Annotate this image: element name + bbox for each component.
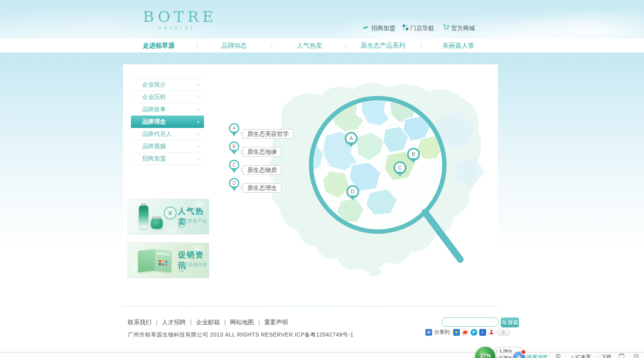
sidebar-item-join[interactable]: 招商加盟 ›	[131, 153, 204, 165]
footer-separator: |	[258, 319, 260, 326]
download-speed-value: 0.2K/s	[500, 355, 512, 358]
map-pin-b[interactable]: B	[407, 148, 420, 161]
footer-separator: |	[190, 319, 192, 326]
share-count-badge[interactable]: 0	[497, 329, 510, 336]
footer-link-legal[interactable]: 重要声明	[264, 319, 288, 326]
promo-banner-hot-sale[interactable]: ♛ 人气热卖 查看更多产品>>	[127, 199, 209, 234]
footer-separator: |	[156, 319, 158, 326]
brand-name: BOTRE	[143, 9, 210, 25]
leaf-icon	[362, 24, 369, 32]
qzone-share-icon[interactable]: ★	[453, 329, 460, 336]
china-map	[250, 72, 500, 282]
sidebar-item-brand-video[interactable]: 品牌视频 ›	[131, 140, 204, 153]
sina-weibo-share-icon[interactable]	[462, 329, 469, 336]
download-arrow-icon: ↓	[598, 354, 600, 358]
legend-label-d: 原生态理念	[243, 183, 281, 193]
nav-item-community[interactable]: 美丽嘉人荟	[429, 39, 488, 52]
chevron-right-icon: ›	[197, 91, 199, 103]
brand-tagline: natural	[143, 25, 210, 31]
nav-item-products[interactable]: 原生态产品系列	[353, 39, 413, 52]
copyright-text: 广州市栢草源生物科技有限公司 2013 ALL RIGHTS RESERVER …	[128, 331, 354, 339]
map-pin-c[interactable]: C	[394, 161, 406, 174]
sidebar-item-company-intro[interactable]: 企业简介 ›	[131, 79, 204, 91]
footer-link-jobs[interactable]: 人才招聘	[162, 319, 186, 326]
sidebar-item-brand-story[interactable]: 品牌故事 ›	[131, 103, 204, 116]
sidebar-item-spokesperson[interactable]: 品牌代言人 ›	[131, 128, 204, 140]
promo-more-link[interactable]: 查看更多产品>>	[178, 218, 209, 230]
header-link-label: 官方商城	[451, 24, 475, 32]
statusbar-cross-screen-link[interactable]: 跨屏浏览	[527, 354, 548, 358]
main-nav: 走进栢草源 | 品牌动态 | 人气热卖 | 原生态产品系列 | 美丽嘉人荟	[0, 39, 644, 52]
footer-separator: |	[224, 319, 226, 326]
statusbar-speed-label: IC速置	[575, 354, 591, 358]
statusbar-download-item[interactable]: ↓ 下载	[598, 354, 612, 358]
tencent-pengyou-share-icon[interactable]	[488, 329, 495, 336]
statusbar-download-label: 下载	[602, 354, 612, 358]
nav-item-news[interactable]: 品牌动态	[204, 39, 264, 52]
renren-share-icon[interactable]: 人	[479, 329, 486, 336]
sidebar-item-label: 品牌故事	[142, 106, 166, 112]
nav-separator: |	[344, 39, 348, 52]
brand-logo[interactable]: BOTRE natural	[143, 9, 210, 31]
search-input[interactable]	[442, 317, 499, 327]
up-arrow-icon: ↑	[496, 348, 498, 353]
search-icon	[502, 320, 507, 325]
sidebar-item-label: 品牌理念	[142, 118, 166, 125]
brochure-graphic: BOTRE	[137, 249, 171, 273]
chevron-right-icon: ›	[197, 116, 199, 128]
sidebar-menu: 企业简介 › 企业历程 › 品牌故事 › 品牌理念 › 品牌代言人 › 品牌视频…	[131, 78, 204, 165]
chevron-right-icon: ›	[197, 153, 199, 164]
window-icon[interactable]	[619, 354, 624, 358]
sidebar-item-label: 企业简介	[142, 81, 166, 88]
cosmetic-jar-graphic	[151, 218, 163, 229]
header-link-stores[interactable]: 门店导航	[403, 24, 434, 32]
map-pin-a[interactable]: A	[345, 132, 358, 145]
footer-link-contact[interactable]: 联系我们	[128, 319, 152, 326]
header-link-label: 招商加盟	[371, 24, 395, 32]
legend-label-c: 原生态物质	[243, 165, 281, 175]
share-add-icon[interactable]: +	[425, 329, 432, 336]
crown-icon: ♛	[164, 207, 177, 219]
map-pin-d[interactable]: D	[346, 185, 359, 198]
sidebar-item-brand-philosophy[interactable]: 品牌理念 ›	[131, 116, 204, 128]
globe-icon[interactable]	[634, 354, 639, 358]
globe-icon[interactable]	[556, 354, 561, 358]
nav-separator: |	[420, 39, 423, 52]
nav-item-hot[interactable]: 人气热卖	[280, 39, 339, 52]
sidebar-item-company-history[interactable]: 企业历程 ›	[131, 91, 204, 103]
store-icon	[403, 24, 408, 32]
sidebar-item-label: 企业历程	[142, 93, 166, 100]
footer-link-sitemap[interactable]: 网站地图	[230, 319, 254, 326]
search-button[interactable]: 搜索	[501, 317, 519, 327]
promo-more-link[interactable]: 查看活动详情>>	[178, 261, 209, 274]
download-speed: ↓ 0.2K/s	[496, 355, 512, 358]
brochure-left-page	[138, 249, 155, 272]
statusbar-speed-item[interactable]: IC速置	[570, 354, 591, 358]
progress-sphere[interactable]: 37%	[475, 346, 496, 358]
search-button-label: 搜索	[508, 319, 518, 326]
sidebar-item-label: 招商加盟	[142, 155, 166, 162]
legend-label-b: 原生态地缘	[243, 147, 281, 157]
promo-banner-promotions[interactable]: BOTRE 促销资讯 查看活动详情>>	[127, 242, 209, 278]
sidebar-item-label: 品牌代言人	[142, 130, 172, 137]
nav-item-about[interactable]: 走进栢草源	[129, 39, 188, 52]
sidebar-item-label: 品牌视频	[142, 143, 166, 149]
upload-speed-value: 1.2K/s	[500, 348, 512, 353]
footer-link-mail[interactable]: 企业邮箱	[196, 319, 220, 326]
cart-icon	[443, 24, 449, 32]
brochure-thumbnails	[159, 260, 161, 263]
header-link-label: 门店导航	[410, 24, 434, 32]
nav-separator: |	[196, 39, 199, 52]
chevron-right-icon: ›	[197, 128, 199, 140]
dashed-separator	[123, 306, 498, 307]
header-link-mall[interactable]: 官方商城	[443, 24, 475, 32]
header-link-join[interactable]: 招商加盟	[362, 24, 395, 32]
pencil-icon	[570, 355, 574, 358]
chevron-right-icon: ›	[197, 103, 199, 115]
nav-separator: |	[270, 39, 273, 52]
notification-dot	[521, 349, 526, 355]
tencent-weibo-share-icon[interactable]: P	[471, 329, 477, 336]
share-bar: + 分享到: ★ P 人 0	[425, 329, 510, 336]
brochure-brand-text: BOTRE	[157, 252, 170, 256]
browser-status-bar: 跨屏浏览 IC速置 ↓ 下载	[0, 352, 644, 358]
